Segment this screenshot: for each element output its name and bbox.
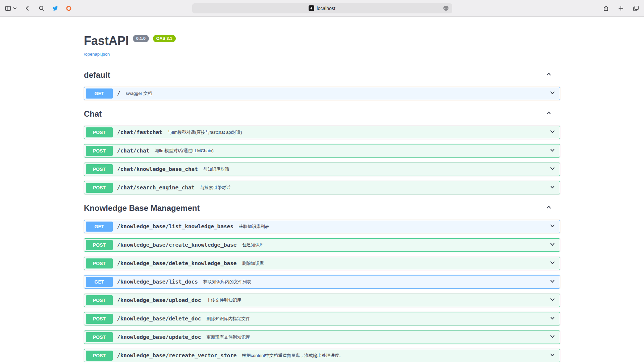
section-header[interactable]: default [84,66,560,84]
endpoint-description: 删除知识库内指定文件 [206,316,250,322]
api-info: FastAPI 0.1.0 OAS 3.1 /openapi.json [84,34,560,57]
endpoint-row[interactable]: GET /knowledge_base/list_knowledge_bases… [84,220,560,233]
endpoint-row[interactable]: GET / swagger 文档 [84,87,560,100]
ring-extension-icon [66,5,72,11]
endpoint-row[interactable]: POST /chat/chat 与llm模型对话(通过LLMChain) [84,144,560,158]
chevron-down-icon [13,6,17,10]
section-title: Chat [84,109,102,119]
new-tab-button[interactable] [618,5,624,11]
endpoint-path: /knowledge_base/update_doc [117,334,201,340]
endpoint-summary-button[interactable]: POST /chat/knowledge_base_chat 与知识库对话 [84,163,560,176]
endpoint-path: /knowledge_base/upload_doc [117,297,201,303]
chevron-down-icon[interactable] [549,352,556,359]
section-header[interactable]: Knowledge Base Management [84,199,560,217]
sidebar-icon [5,5,11,12]
chevron-down-icon[interactable] [549,128,556,136]
chevron-down-icon[interactable] [549,278,556,286]
search-button[interactable] [38,5,45,11]
endpoint-path: /chat/chat [117,147,149,154]
endpoint-row[interactable]: POST /chat/knowledge_base_chat 与知识库对话 [84,163,560,176]
method-badge: POST [86,351,113,361]
api-sections: default GET / swagger 文档 Chat [84,66,560,362]
endpoint-description: 根据content中文档重建向量库，流式输出处理进度。 [242,353,343,359]
endpoint-description: 与搜索引擎对话 [200,185,230,191]
chevron-up-icon[interactable] [545,110,552,118]
method-badge: POST [86,127,113,137]
endpoint-summary-button[interactable]: POST /chat/chat 与llm模型对话(通过LLMChain) [84,144,560,157]
endpoint-summary-button[interactable]: POST /knowledge_base/recreate_vector_sto… [84,349,560,362]
version-badge: 0.1.0 [133,35,149,42]
back-button[interactable] [24,5,31,12]
chevron-down-icon[interactable] [549,333,556,341]
method-badge: POST [86,240,113,250]
endpoint-summary-button[interactable]: POST /chat/fastchat 与llm模型对话(直接与fastchat… [84,126,560,139]
chevron-down-icon[interactable] [549,89,556,97]
chevron-down-icon[interactable] [549,147,556,155]
method-badge: GET [86,222,113,232]
endpoint-row[interactable]: POST /knowledge_base/recreate_vector_sto… [84,349,560,362]
endpoint-path: /knowledge_base/recreate_vector_store [117,352,236,359]
endpoint-path: /knowledge_base/create_knowledge_base [117,242,236,248]
chevron-down-icon[interactable] [549,315,556,322]
section-operations: GET /knowledge_base/list_knowledge_bases… [84,217,560,362]
endpoint-row[interactable]: POST /chat/fastchat 与llm模型对话(直接与fastchat… [84,126,560,139]
endpoint-description: 删除知识库 [242,260,264,266]
share-button[interactable] [603,5,609,11]
section-operations: POST /chat/fastchat 与llm模型对话(直接与fastchat… [84,123,560,194]
swagger-page: FastAPI 0.1.0 OAS 3.1 /openapi.json defa… [0,17,644,362]
endpoint-summary-button[interactable]: GET / swagger 文档 [84,87,560,100]
bird-extension-icon [52,5,58,11]
endpoint-row[interactable]: POST /chat/search_engine_chat 与搜索引擎对话 [84,181,560,194]
endpoint-summary-button[interactable]: POST /knowledge_base/create_knowledge_ba… [84,239,560,251]
section-header[interactable]: Chat [84,105,560,123]
new-tab-icon [618,5,624,11]
extension-ring-button[interactable] [66,5,72,11]
endpoint-row[interactable]: POST /knowledge_base/create_knowledge_ba… [84,238,560,252]
oas-badge: OAS 3.1 [153,35,176,42]
address-bar[interactable]: localhost [192,3,452,13]
endpoint-summary-button[interactable]: GET /knowledge_base/list_knowledge_bases… [84,220,560,233]
chevron-down-icon[interactable] [549,259,556,267]
page-menu-icon [443,5,449,11]
chevron-up-icon[interactable] [545,204,552,212]
endpoint-summary-button[interactable]: GET /knowledge_base/list_docs 获取知识库内的文件列… [84,276,560,288]
back-icon [24,5,31,12]
method-badge: GET [86,277,113,287]
endpoint-path: /knowledge_base/list_knowledge_bases [117,223,233,230]
endpoint-summary-button[interactable]: POST /knowledge_base/upload_doc 上传文件到知识库 [84,294,560,307]
endpoint-description: 与llm模型对话(直接与fastchat api对话) [168,129,242,135]
section-title: Knowledge Base Management [84,203,200,213]
endpoint-path: /knowledge_base/delete_doc [117,315,201,322]
chevron-down-icon[interactable] [549,241,556,249]
endpoint-row[interactable]: POST /knowledge_base/upload_doc 上传文件到知识库 [84,294,560,307]
address-text: localhost [317,6,335,11]
page-menu-button[interactable] [443,5,449,11]
endpoint-row[interactable]: POST /knowledge_base/update_doc 更新现有文件到知… [84,330,560,344]
chevron-down-icon[interactable] [549,184,556,191]
method-badge: POST [86,183,113,193]
endpoint-description: swagger 文档 [126,90,152,97]
endpoint-row[interactable]: POST /knowledge_base/delete_knowledge_ba… [84,257,560,270]
chevron-down-icon[interactable] [549,165,556,173]
endpoint-summary-button[interactable]: POST /knowledge_base/delete_knowledge_ba… [84,257,560,270]
browser-toolbar: localhost [0,0,644,17]
chevron-up-icon[interactable] [545,71,552,79]
api-section: Knowledge Base Management GET /knowledge… [84,199,560,362]
endpoint-summary-button[interactable]: POST /knowledge_base/update_doc 更新现有文件到知… [84,331,560,344]
sidebar-menu-button[interactable] [13,6,17,10]
endpoint-description: 与知识库对话 [203,166,229,172]
chevron-down-icon[interactable] [549,223,556,230]
endpoint-path: /chat/search_engine_chat [117,184,195,191]
endpoint-summary-button[interactable]: POST /knowledge_base/delete_doc 删除知识库内指定… [84,312,560,325]
endpoint-path: /knowledge_base/delete_knowledge_base [117,260,236,266]
tabs-overview-button[interactable] [633,5,639,12]
openapi-link[interactable]: /openapi.json [84,52,110,57]
site-favicon [309,5,314,11]
chevron-down-icon[interactable] [549,296,556,304]
endpoint-row[interactable]: POST /knowledge_base/delete_doc 删除知识库内指定… [84,312,560,325]
extension-bird-button[interactable] [52,5,58,11]
sidebar-toggle-button[interactable] [5,5,11,12]
endpoint-row[interactable]: GET /knowledge_base/list_docs 获取知识库内的文件列… [84,275,560,289]
endpoint-summary-button[interactable]: POST /chat/search_engine_chat 与搜索引擎对话 [84,181,560,194]
share-icon [603,5,609,11]
